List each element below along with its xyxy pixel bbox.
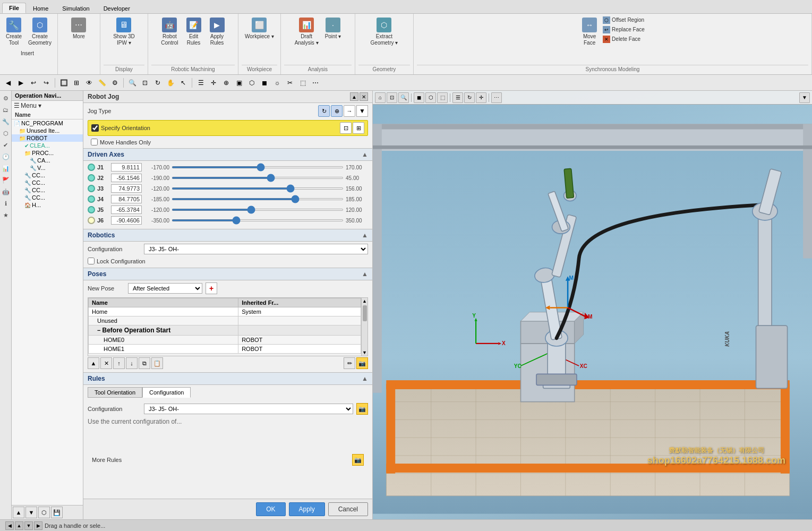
tree-item-clea[interactable]: ✔ CLEA... [12, 142, 83, 149]
j6-slider[interactable] [172, 219, 344, 221]
tree-item-robot[interactable]: 📁 ROBOT [12, 134, 83, 142]
ribbon-delete-face-btn[interactable]: ✕ Delete Face [601, 35, 646, 44]
toolbar-measure-btn[interactable]: 📏 [96, 77, 108, 89]
ribbon-more-btn[interactable]: ⋯ More [68, 16, 89, 41]
tree-item-h[interactable]: 🏠 H... [12, 201, 83, 209]
rules-header[interactable]: Rules ▲ [83, 372, 372, 385]
status-nav-down-btn[interactable]: ▼ [24, 521, 33, 530]
toolbar-more-btn[interactable]: ⋯ [310, 77, 321, 89]
j5-value-input[interactable] [111, 205, 142, 214]
ribbon-replace-face-btn[interactable]: ↩ Replace Face [601, 25, 646, 34]
specify-icon1-btn[interactable]: ⊡ [340, 122, 352, 134]
scroll-up-btn[interactable]: ▲ [362, 298, 367, 304]
vp-fit-btn[interactable]: ⊡ [387, 92, 397, 103]
j4-slider[interactable] [172, 198, 344, 200]
ribbon-insert-btn[interactable]: Insert [18, 49, 39, 58]
toolbar-redo-btn[interactable]: ↪ [40, 77, 52, 89]
driven-axes-header[interactable]: Driven Axes ▲ [83, 148, 372, 161]
nav-menu-btn[interactable]: ☰ Menu ▾ [12, 101, 83, 110]
tree-item-cc2[interactable]: 🔧 CC... [12, 179, 83, 186]
ribbon-workpiece-btn[interactable]: ⬜ Workpiece ▾ [242, 16, 277, 41]
jog-type-dropdown-btn[interactable]: ▼ [356, 105, 368, 117]
tab-simulation[interactable]: Simulation [55, 3, 96, 13]
side-icon-clock[interactable]: 🕐 [1, 151, 11, 162]
toolbar-zoom-btn[interactable]: 🔍 [126, 77, 138, 89]
pose-indent-in-btn[interactable]: ↑ [113, 357, 125, 369]
ribbon-create-tool-btn[interactable]: 🔧 CreateTool [3, 16, 24, 48]
toolbar-snap-btn[interactable]: 🔲 [58, 77, 70, 89]
vp-layer-btn[interactable]: ☰ [452, 92, 463, 103]
ribbon-offset-region-btn[interactable]: ⬡ Offset Region [601, 16, 646, 24]
tree-item-cc3[interactable]: 🔧 CC... [12, 186, 83, 194]
j3-slider[interactable] [172, 187, 344, 190]
toolbar-select-btn[interactable]: ↖ [177, 77, 189, 89]
tab-configuration[interactable]: Configuration [142, 387, 191, 398]
tree-item-ca[interactable]: 🔧 CA... [12, 157, 83, 164]
side-icon-check[interactable]: ✔ [1, 140, 11, 150]
toolbar-view-btn[interactable]: 👁 [83, 77, 95, 89]
j3-value-input[interactable] [111, 184, 142, 193]
ribbon-extract-geo-btn[interactable]: ⬡ ExtractGeometry ▾ [368, 16, 401, 48]
poses-scrollbar[interactable]: ▲ ▼ [361, 298, 367, 356]
status-nav-up-btn[interactable]: ▲ [15, 521, 23, 530]
more-rules-btn[interactable]: 📷 [352, 454, 364, 466]
ribbon-create-geometry-btn[interactable]: ⬡ CreateGeometry [25, 16, 54, 48]
side-icon-tool[interactable]: 🔧 [1, 116, 11, 127]
ribbon-move-face-btn[interactable]: ↔ MoveFace [579, 16, 600, 48]
vp-home-btn[interactable]: ⌂ [375, 92, 386, 103]
lock-config-checkbox[interactable] [88, 258, 95, 264]
nav-save-btn[interactable]: 💾 [51, 507, 63, 518]
ribbon-apply-rules-btn[interactable]: ▶ ApplyRules [207, 16, 228, 48]
tree-item-proc[interactable]: 📁 PROC... [12, 149, 83, 157]
tab-tool-orientation[interactable]: Tool Orientation [88, 387, 142, 398]
toolbar-layers-btn[interactable]: ☰ [195, 77, 207, 89]
j4-value-input[interactable] [111, 195, 142, 203]
vp-csys-btn[interactable]: ✛ [476, 92, 486, 103]
jog-icon-axes-btn[interactable]: ⊕ [331, 105, 343, 117]
ribbon-point-btn[interactable]: · Point ▾ [322, 16, 344, 41]
side-icon-nav[interactable]: 🗂 [1, 105, 11, 115]
dialog-collapse-btn[interactable]: ▲ [350, 92, 358, 101]
toolbar-undo-btn[interactable]: ↩ [28, 77, 39, 89]
apply-button[interactable]: Apply [289, 502, 325, 516]
poses-header[interactable]: Poses ▲ [83, 268, 372, 280]
ribbon-show3d-btn[interactable]: 🖥 Show 3DIPW ▾ [110, 16, 138, 48]
rules-config-capture-btn[interactable]: 📷 [356, 403, 368, 415]
nav-up-btn[interactable]: ▲ [13, 507, 24, 518]
pose-capture-btn[interactable]: 📷 [356, 357, 368, 369]
tree-item-v[interactable]: 🔧 V... [12, 164, 83, 172]
side-icon-flag[interactable]: 🚩 [1, 175, 11, 185]
side-icon-chart[interactable]: 📊 [1, 163, 11, 174]
status-nav-right-btn[interactable]: ▶ [34, 521, 42, 530]
j2-slider[interactable] [172, 177, 344, 179]
nav-indent-btn[interactable]: ⬡ [38, 507, 50, 518]
pose-indent-out-btn[interactable]: ↓ [126, 357, 138, 369]
tree-item-cc1[interactable]: 🔧 CC... [12, 172, 83, 179]
pose-edit-btn[interactable]: ✏ [344, 357, 355, 369]
toolbar-section-btn[interactable]: ▣ [233, 77, 245, 89]
toolbar-fit-btn[interactable]: ⊡ [139, 77, 151, 89]
j5-slider[interactable] [172, 209, 344, 211]
jog-icon-linear-btn[interactable]: → [344, 105, 355, 117]
tree-item-nc[interactable]: 📄 NC_PROGRAM [12, 119, 83, 127]
toolbar-forward-btn[interactable]: ▶ [15, 77, 27, 89]
table-row[interactable]: Unused [89, 316, 361, 326]
tab-file[interactable]: File [2, 3, 26, 13]
table-row[interactable]: HOME1 ROBOT [89, 345, 361, 354]
ribbon-edit-rules-btn[interactable]: 📝 EditRules [183, 16, 204, 48]
tab-home[interactable]: Home [26, 3, 55, 13]
specify-orientation-checkbox[interactable] [91, 124, 99, 132]
specify-icon2-btn[interactable]: ⊞ [353, 122, 364, 134]
ok-button[interactable]: OK [256, 502, 285, 516]
side-icon-star[interactable]: ★ [1, 210, 11, 220]
tree-item-unused[interactable]: 📁 Unused Ite... [12, 127, 83, 134]
vp-orient-btn[interactable]: ↻ [464, 92, 475, 103]
side-icon-part[interactable]: ⬡ [1, 128, 11, 139]
j2-value-input[interactable] [111, 174, 142, 182]
pose-paste-btn[interactable]: 📋 [151, 357, 163, 369]
toolbar-back-btn[interactable]: ◀ [2, 77, 14, 89]
table-row[interactable]: − Before Operation Start [89, 326, 361, 336]
vp-menu-btn[interactable]: ▼ [799, 92, 810, 103]
toolbar-origin-btn[interactable]: ⊕ [220, 77, 232, 89]
toolbar-shade-btn[interactable]: ◼ [259, 77, 270, 89]
